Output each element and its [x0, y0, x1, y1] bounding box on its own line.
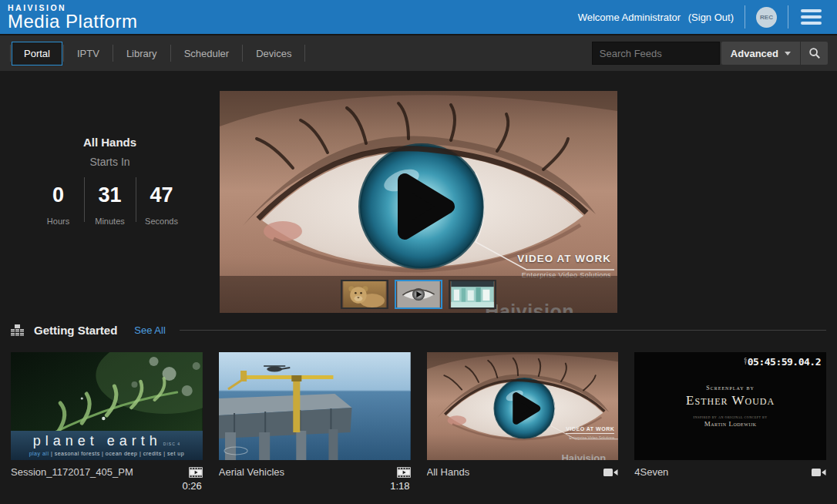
- card-duration: 0:26: [11, 480, 203, 492]
- hero-thumbnail-strip: [220, 276, 617, 313]
- main-nav: Portal IPTV Library Scheduler Devices Ad…: [0, 34, 837, 71]
- see-all-link[interactable]: See All: [134, 324, 165, 336]
- tab-divider: [10, 45, 11, 62]
- sign-out-link[interactable]: (Sign Out): [688, 12, 734, 23]
- brand-media-platform: Media Platform: [8, 12, 137, 31]
- video-card-session[interactable]: planet earthDISC 4 play all | seasonal f…: [11, 352, 203, 492]
- video-card-aerial-vehicles[interactable]: Aerial Vehicles 1:18: [219, 352, 411, 492]
- tab-divider: [242, 45, 243, 62]
- play-button[interactable]: [393, 168, 462, 245]
- countdown-seconds-unit: Seconds: [136, 217, 187, 226]
- card-duration: 1:18: [219, 480, 411, 492]
- haivision-watermark-small: Haivision: [561, 452, 606, 460]
- countdown-minutes-unit: Minutes: [85, 217, 136, 226]
- credits-text: Screenplay by Esther Wouda Inspired by a…: [634, 385, 826, 428]
- welcome-text: Welcome Administrator (Sign Out): [578, 12, 734, 23]
- tab-divider: [63, 45, 64, 62]
- chevron-down-icon: [785, 52, 791, 55]
- countdown-minutes-value: 31: [85, 183, 136, 207]
- app-logo: HAIVISION Media Platform: [8, 3, 137, 32]
- search-input[interactable]: [592, 42, 720, 65]
- tab-divider: [113, 45, 113, 62]
- getting-started-section-header: Getting Started See All: [11, 324, 826, 337]
- tab-portal[interactable]: Portal: [12, 42, 62, 66]
- video-at-work-overlay-small: VIDEO AT WORK Enterprise Video Solutions: [566, 426, 614, 440]
- video-card-4seven[interactable]: G T 05:45:59.04.2 Screenplay by Esther W…: [634, 352, 826, 492]
- control-room-thumbnail: [450, 281, 495, 307]
- rec-badge[interactable]: REC: [756, 7, 777, 28]
- countdown-hours-unit: Hours: [33, 217, 84, 226]
- video-camera-icon: [603, 468, 618, 477]
- film-clip-icon: [189, 467, 203, 478]
- app-header: HAIVISION Media Platform Welcome Adminis…: [0, 0, 837, 34]
- countdown-hours-value: 0: [33, 183, 84, 207]
- timecode: G T 05:45:59.04.2: [745, 356, 821, 368]
- card-title: 4Seven: [634, 466, 805, 478]
- video-camera-icon: [812, 468, 826, 477]
- planet-earth-title-band: planet earthDISC 4 play all | seasonal f…: [11, 431, 203, 460]
- card-title: Session_1172017_405_PM: [11, 466, 183, 478]
- planet-earth-title: planet earth: [33, 433, 162, 449]
- lion-cub-thumbnail: [342, 281, 387, 307]
- hero-thumb-lion-cub[interactable]: [341, 280, 388, 309]
- tab-scheduler[interactable]: Scheduler: [172, 42, 242, 66]
- section-divider: [180, 330, 826, 331]
- planet-earth-thumbnail: planet earthDISC 4 play all | seasonal f…: [11, 352, 203, 460]
- hero-thumb-eye-video[interactable]: [395, 280, 442, 309]
- all-hands-thumbnail: VIDEO AT WORK Enterprise Video Solutions…: [427, 352, 619, 460]
- countdown-seconds-value: 47: [136, 183, 187, 207]
- tab-iptv[interactable]: IPTV: [65, 42, 112, 66]
- tab-library[interactable]: Library: [114, 42, 170, 66]
- card-duration: [427, 480, 619, 492]
- header-divider: [745, 5, 745, 29]
- planet-earth-menu: play all | seasonal forests | ocean deep…: [11, 451, 203, 456]
- event-title: All Hands: [25, 136, 195, 149]
- hero-video-player[interactable]: VIDEO AT WORK Enterprise Video Solutions…: [220, 91, 617, 313]
- video-at-work-overlay: VIDEO AT WORK Enterprise Video Solutions: [517, 253, 611, 279]
- card-duration: [634, 480, 826, 492]
- aerial-rig-thumbnail: [219, 352, 411, 460]
- header-divider: [788, 5, 788, 29]
- video-at-work-title: VIDEO AT WORK: [517, 253, 611, 264]
- search-icon: [808, 47, 821, 59]
- channels-grid-icon: [11, 324, 24, 336]
- card-title: All Hands: [427, 466, 598, 478]
- tab-devices[interactable]: Devices: [244, 42, 304, 66]
- hero-thumb-control-room[interactable]: [449, 280, 496, 309]
- section-title: Getting Started: [34, 324, 117, 337]
- search-button[interactable]: [800, 42, 828, 65]
- event-countdown: All Hands Starts In 0 Hours 31 Minutes 4…: [25, 136, 195, 226]
- card-title: Aerial Vehicles: [219, 466, 391, 478]
- tab-divider: [170, 45, 171, 62]
- starts-in-label: Starts In: [25, 156, 195, 168]
- eye-video-thumbnail: [396, 281, 441, 307]
- advanced-search-button[interactable]: Advanced: [721, 42, 800, 65]
- planet-earth-disc: DISC 4: [163, 442, 180, 446]
- video-card-all-hands[interactable]: VIDEO AT WORK Enterprise Video Solutions…: [427, 352, 619, 492]
- tab-divider: [304, 45, 305, 62]
- hamburger-menu-icon[interactable]: [799, 6, 823, 28]
- film-credits-thumbnail: G T 05:45:59.04.2 Screenplay by Esther W…: [634, 352, 826, 460]
- oil-rig-image: [219, 352, 411, 460]
- eye-video-still-small: [427, 352, 619, 460]
- film-clip-icon: [397, 467, 411, 478]
